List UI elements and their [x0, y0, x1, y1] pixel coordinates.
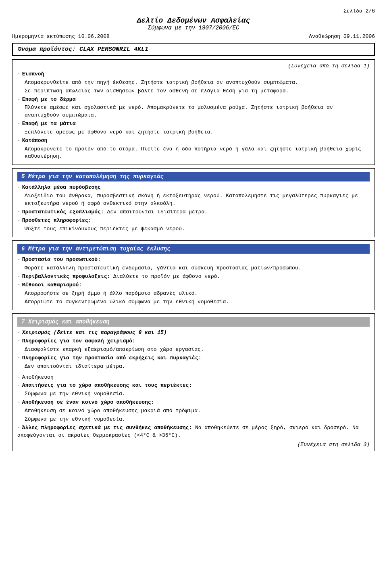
print-date-label: Ημερομηνία εκτύπωσης	[12, 33, 75, 40]
ekrhkseis-heading: Πληροφορίες για την προστασία από εκρήξε…	[22, 355, 202, 361]
product-name-box: Όνομα προϊόντος: CLAX PERSONRIL 4KL1	[12, 43, 375, 56]
revision-label: Αναθεώρηση	[309, 33, 340, 40]
section4-dermα: ·Επαφή με το δέρμα	[17, 96, 370, 104]
katapoση-heading: Κατάποση	[22, 138, 47, 144]
revision: Αναθεώρηση 09.11.2006	[309, 33, 375, 40]
section5-pyros-text: Διοξείδιο του άνθρακα, πυροσβεστική σκόν…	[17, 192, 370, 208]
pyros-heading: Κατάλληλα μέσα πυρόσβεσης	[22, 184, 101, 190]
section5: 5 Μέτρα για την καταπολέμηση της πυρκαγι…	[12, 168, 375, 237]
print-date: Ημερομηνία εκτύπωσης 10.06.2008	[12, 33, 110, 40]
xeirismos-label: Χειρισμός (δείτε και τις παραγράφους 8 κ…	[22, 329, 167, 336]
apait-heading: Απαιτήσεις για το χώρο αποθήκευσης και τ…	[22, 382, 192, 388]
section7-pliroforier-head: ·Πληροφορίες για τον ασφαλή χειρισμό:	[17, 338, 370, 345]
section5-pyros: ·Κατάλληλα μέσα πυρόσβεσης	[17, 184, 370, 192]
bullet-dot: ·	[17, 273, 21, 279]
print-date-value: 10.06.2008	[78, 33, 110, 40]
section5-header: 5 Μέτρα για την καταπολέμηση της πυρκαγι…	[17, 172, 370, 181]
bullet-dot: ·	[17, 96, 21, 102]
bullet-dot: ·	[17, 382, 21, 388]
bullet-dot: ·	[17, 329, 21, 336]
section7-pliroforier-text: Διασφαλίστε επαρκή εξαερισμό/απαερίωση σ…	[17, 346, 370, 354]
revision-date: 09.11.2006	[343, 33, 375, 40]
section4-eisp-text: Απομακρυνθείτε από την πηγή έκθεσης. Ζητ…	[17, 79, 370, 87]
continued-next: (Συνέχεια στη σελίδα 3)	[17, 442, 370, 448]
section5-prosthetes-text: Ψύξτε τους επικίνδυνους περιέκτες με ψεκ…	[17, 225, 370, 233]
doc-title-block: Δελτίο Δεδομένων Ασφαλείας Σύμφωνα με τη…	[12, 17, 375, 31]
bullet-dot: ·	[17, 425, 21, 431]
bullet-dot: ·	[17, 282, 21, 288]
section6-methodos-head: ·Μέθοδοι καθαρισμού:	[17, 281, 370, 289]
doc-meta: Ημερομηνία εκτύπωσης 10.06.2008 Αναθεώρη…	[12, 33, 375, 40]
continued-from: (Συνέχεια από τη σελίδα 1)	[17, 63, 370, 69]
section4-content: (Συνέχεια από τη σελίδα 1) ·Εισπνοή Απομ…	[12, 59, 375, 165]
apothik-plain: Αποθήκευση	[22, 374, 54, 380]
section6-prostasia-text: Φοράτε κατάλληλη προστατευτική ενδυμασία…	[17, 265, 370, 272]
perivallont-heading: Περιβαλλοντικές προφυλάξεις:	[22, 273, 110, 279]
section7-header: 7 Χειρισμός και αποθήκευση	[17, 317, 370, 327]
bullet-dot: ·	[17, 184, 21, 190]
eisp-heading: Εισπνοή	[22, 71, 44, 77]
bullet-dot: ·	[17, 374, 21, 380]
section4-eisp: ·Εισπνοή	[17, 71, 370, 78]
section4-derma-text: Πλύνετε αμέσως και σχολαστικά με νερό. Α…	[17, 104, 370, 119]
bullet-dot: ·	[17, 209, 21, 215]
page-number: Σελίδα 2/6	[343, 8, 375, 14]
section7: 7 Χειρισμός και αποθήκευση ·Χειρισμός (δ…	[12, 313, 375, 451]
section7-koinos-head: ·Αποθήκευση σε έναν κοινό χώρο αποθήκευσ…	[17, 399, 370, 407]
section6-header: 6 Μέτρα για την αντιμετώπιση τυχαίας έκλ…	[17, 244, 370, 254]
section7-apait-head: ·Απαιτήσεις για το χώρο αποθήκευσης και …	[17, 382, 370, 390]
page-header: Σελίδα 2/6	[12, 8, 375, 14]
bullet-dot: ·	[17, 399, 21, 405]
bullet-dot: ·	[17, 71, 21, 77]
section7-koinos-text: Αποθήκευση σε κοινό χώρο αποθήκευσης μακ…	[17, 407, 370, 415]
bullet-dot: ·	[17, 256, 21, 263]
section4-eisp-text2: Σε περίπτωση απώλειας των αισθήσεων βάλτ…	[17, 88, 370, 95]
bullet-dot: ·	[17, 355, 21, 361]
section6-prostasia-head: ·Προστασία του προσωπικού:	[17, 256, 370, 264]
section5-prostat: ·Προστατευτικός εξοπλισμός: Δεν απαιτούν…	[17, 209, 370, 216]
matia-heading: Επαφή με τα μάτια	[22, 121, 76, 127]
section7-ekrhkseis-head: ·Πληροφορίες για την προστασία από εκρήξ…	[17, 354, 370, 362]
section4-matia: ·Επαφή με τα μάτια	[17, 120, 370, 128]
section4-matia-text: Ξεπλύνετε αμέσως με άφθονο νερό και ζητή…	[17, 129, 370, 136]
section4-katapoση-text: Απομακρύνετε το προϊόν από το στόμα. Πιε…	[17, 146, 370, 161]
section7-alles-head: ·Άλλες πληροφορίες σχετικά με τις συνθήκ…	[17, 424, 370, 440]
alles-heading: Άλλες πληροφορίες σχετικά με τις συνθήκε…	[22, 425, 192, 431]
section6-perivallont: ·Περιβαλλοντικές προφυλάξεις: Διαλύετε τ…	[17, 273, 370, 281]
koinos-heading: Αποθήκευση σε έναν κοινό χώρο αποθήκευση…	[22, 399, 154, 405]
prostat-heading: Προστατευτικός εξοπλισμός:	[22, 209, 104, 215]
section7-apothik-label: ·Αποθήκευση	[17, 374, 370, 382]
section6-methodos-text2: Απορρίψτε το συγκεντρωμένο υλικό σύμφωνα…	[17, 298, 370, 306]
methodos-heading: Μέθοδοι καθαρισμού:	[22, 282, 82, 288]
bullet-dot: ·	[17, 217, 21, 223]
bullet-dot: ·	[17, 121, 21, 127]
doc-title: Δελτίο Δεδομένων Ασφαλείας	[12, 17, 375, 25]
section7-apait-text: Σύμφωνα με την εθνική νομοθεσία.	[17, 390, 370, 398]
derma-heading: Επαφή με το δέρμα	[22, 96, 76, 102]
bullet-dot: ·	[17, 338, 21, 344]
section5-prosthetes-head: ·Πρόσθετες πληροφορίες:	[17, 217, 370, 225]
bullet-dot: ·	[17, 138, 21, 144]
product-label: Όνομα προϊόντος:	[18, 46, 76, 53]
prosthetes-heading: Πρόσθετες πληροφορίες:	[22, 217, 92, 223]
section7-xeirismos: ·Χειρισμός (δείτε και τις παραγράφους 8 …	[17, 329, 370, 337]
doc-subtitle: Σύμφωνα με την 1907/2006/EC	[12, 25, 375, 31]
section7-koinos-text2: Σύμφωνα με την εθνική νομοθεσία.	[17, 416, 370, 423]
section7-ekrhkseis-text: Δεν απαιτούνται ιδιαίτερα μέτρα.	[17, 363, 370, 371]
section6-methodos-text: Απορροφήστε σε ξηρή άμμο ή άλλο παρόμοιο…	[17, 290, 370, 298]
section6: 6 Μέτρα για την αντιμετώπιση τυχαίας έκλ…	[12, 240, 375, 310]
product-name: CLAX PERSONRIL 4KL1	[79, 46, 148, 53]
prostasia-heading: Προστασία του προσωπικού:	[22, 256, 101, 263]
pliroforier-heading: Πληροφορίες για τον ασφαλή χειρισμό:	[22, 338, 135, 344]
section4-katapoση: ·Κατάποση	[17, 137, 370, 145]
